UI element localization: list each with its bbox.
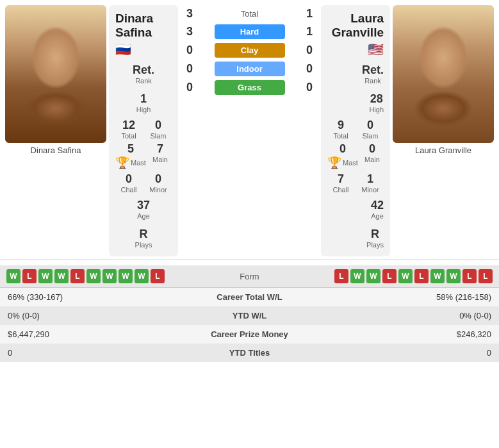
- grass-left-num: 0: [181, 81, 199, 94]
- left-stats-col: Dinara Safina 🇷🇺 Ret. Rank 1 High 12: [109, 5, 178, 256]
- right-rank-lbl: Rank: [362, 77, 384, 85]
- left-slam-val: 0: [145, 119, 172, 132]
- form-right: LWWLWLWWLL: [282, 269, 493, 283]
- indoor-left-num: 0: [181, 62, 199, 76]
- form-badge-right: L: [414, 269, 429, 283]
- left-total-val: 12: [115, 119, 142, 132]
- left-age-val: 37: [137, 199, 150, 212]
- left-plays-lbl: Plays: [135, 241, 152, 249]
- right-mast-main-grid: 0 🏆 Mast 0 Main: [325, 142, 386, 170]
- left-chall-minor-grid: 0 Chall 0 Minor: [113, 172, 174, 194]
- form-badge-right: L: [382, 269, 397, 283]
- stats-right-val: 0: [324, 344, 499, 362]
- clay-mid: Clay: [199, 43, 300, 58]
- right-rank-box: Ret. Rank: [359, 61, 386, 87]
- dinara-photo: [5, 5, 106, 143]
- total-label: Total: [241, 9, 258, 19]
- left-slam-item: 0 Slam: [145, 119, 172, 140]
- stats-left-val: 0: [0, 344, 175, 362]
- stats-right-val: 0% (0-0): [324, 306, 499, 325]
- right-plays-val: R: [366, 228, 384, 241]
- right-total-slam-grid: 9 Total 0 Slam: [325, 119, 386, 140]
- form-badge-left: W: [86, 269, 101, 283]
- left-stats-content: Dinara Safina 🇷🇺 Ret. Rank 1 High 12: [109, 5, 178, 256]
- total-mid: Total: [199, 9, 300, 19]
- left-rank-lbl: Rank: [133, 77, 154, 85]
- right-age-lbl: Age: [371, 212, 384, 220]
- right-trophy-icon: 🏆: [327, 156, 341, 170]
- form-badge-left: L: [22, 269, 37, 283]
- form-badge-right: L: [334, 269, 348, 283]
- form-badge-left: W: [38, 269, 53, 283]
- clay-left-num: 0: [181, 44, 199, 57]
- form-badge-left: W: [119, 269, 133, 283]
- form-badge-left: L: [151, 269, 165, 283]
- stats-left-val: $6,447,290: [0, 325, 175, 344]
- left-slam-lbl: Slam: [145, 132, 172, 140]
- right-age-val: 42: [371, 199, 384, 212]
- stats-row: 66% (330-167)Career Total W/L58% (216-15…: [0, 288, 499, 306]
- left-main-lbl: Main: [149, 156, 172, 163]
- right-minor-item: 1 Minor: [357, 172, 384, 194]
- stats-center-label: Career Prize Money: [175, 325, 325, 344]
- left-trophy-icon: 🏆: [115, 156, 129, 170]
- stats-center-label: YTD Titles: [175, 344, 325, 362]
- hard-right-num: 1: [300, 25, 318, 38]
- left-main-item: 7 Main: [149, 142, 172, 170]
- left-mast-val: 5: [115, 142, 146, 156]
- form-badge-right: W: [398, 269, 413, 283]
- comparison-wrapper: Dinara Safina Dinara Safina 🇷🇺 Ret. Rank…: [0, 0, 499, 260]
- right-total-item: 9 Total: [327, 119, 354, 140]
- right-main-lbl: Main: [361, 156, 384, 163]
- center-col: 3 Total 1 3 Hard 1 0 Clay 0: [181, 5, 318, 256]
- stats-row: $6,447,290Career Prize Money$246,320: [0, 325, 499, 344]
- total-row: 3 Total 1: [181, 5, 318, 22]
- right-rank-val: Ret.: [362, 63, 384, 77]
- form-badge-left: W: [6, 269, 20, 283]
- hard-mid: Hard: [199, 24, 300, 39]
- right-total-lbl: Total: [327, 132, 354, 140]
- left-high-val: 1: [136, 92, 151, 106]
- right-photo-col: Laura Granville: [393, 5, 494, 256]
- stats-right-val: 58% (216-158): [324, 288, 499, 306]
- form-badge-right: W: [366, 269, 380, 283]
- right-slam-val: 0: [357, 119, 384, 132]
- form-center-label: Form: [218, 272, 282, 281]
- indoor-btn: Indoor: [215, 62, 285, 76]
- form-badge-left: L: [70, 269, 85, 283]
- indoor-row: 0 Indoor 0: [181, 60, 318, 78]
- left-high-box: 1 High: [134, 90, 154, 116]
- dinara-name-label: Dinara Safina: [5, 143, 106, 158]
- form-badge-right: W: [350, 269, 364, 283]
- right-plays-lbl: Plays: [366, 241, 384, 249]
- left-plays-box: R Plays: [133, 225, 155, 251]
- indoor-right-num: 0: [300, 62, 318, 76]
- left-chall-item: 0 Chall: [115, 172, 142, 194]
- form-badge-right: L: [462, 269, 477, 283]
- right-high-box: 28 High: [366, 90, 386, 116]
- right-chall-val: 7: [327, 172, 354, 186]
- form-section: WLWWLWWWWL Form LWWLWLWWLL: [0, 265, 499, 287]
- section-divider: [0, 260, 499, 260]
- grass-mid: Grass: [199, 80, 300, 95]
- stats-left-val: 0% (0-0): [0, 306, 175, 325]
- left-total-slam-grid: 12 Total 0 Slam: [113, 119, 174, 140]
- form-left: WLWWLWWWWL: [6, 269, 218, 283]
- right-mast-item: 0 🏆 Mast: [327, 142, 358, 170]
- right-stats-col: Laura Granville 🇺🇸 Ret. Rank 28 High 9: [321, 5, 390, 256]
- right-high-lbl: High: [369, 106, 384, 113]
- indoor-mid: Indoor: [199, 62, 300, 76]
- left-player-name: Dinara Safina: [115, 12, 172, 40]
- right-total-val: 9: [327, 119, 354, 132]
- right-high-val: 28: [369, 92, 384, 106]
- left-mast-item: 5 🏆 Mast: [115, 142, 146, 170]
- form-badge-left: W: [102, 269, 117, 283]
- clay-btn: Clay: [215, 43, 285, 58]
- right-mast-val: 0: [327, 142, 358, 156]
- total-right-num: 1: [300, 7, 318, 21]
- laura-name-label: Laura Granville: [393, 143, 494, 158]
- grass-row: 0 Grass 0: [181, 78, 318, 97]
- form-badge-left: W: [54, 269, 69, 283]
- left-main-val: 7: [149, 142, 172, 156]
- right-slam-lbl: Slam: [357, 132, 384, 140]
